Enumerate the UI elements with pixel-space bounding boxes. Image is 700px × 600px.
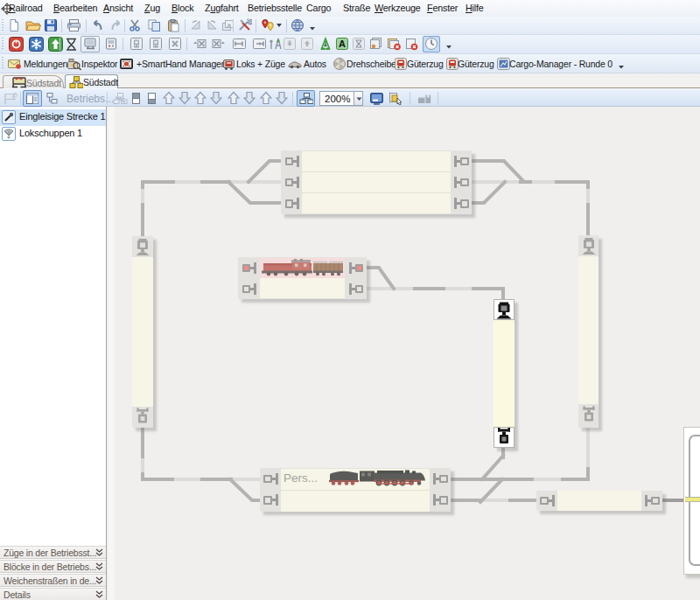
svg-text:A: A — [339, 38, 346, 49]
